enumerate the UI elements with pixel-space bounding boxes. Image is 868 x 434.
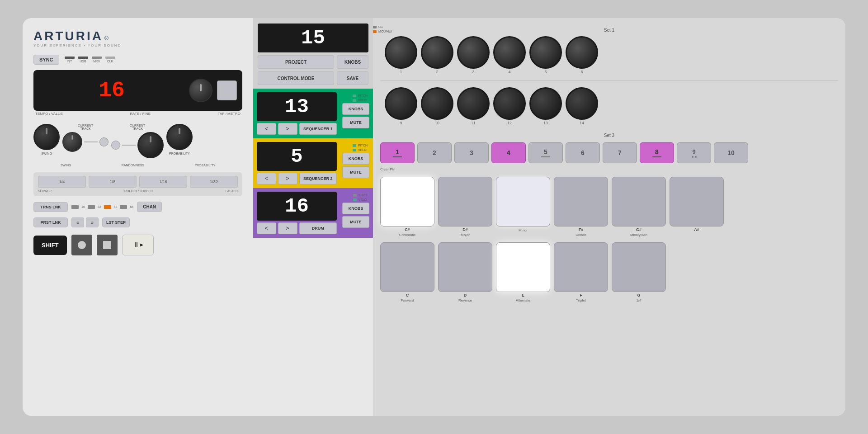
track-button-2[interactable] xyxy=(111,141,120,150)
mcu-led-item: MCU/HUI xyxy=(373,30,392,33)
lst-step-button[interactable]: LST STEP xyxy=(102,217,130,227)
track-button-3[interactable]: 3 xyxy=(454,142,489,163)
pad-g[interactable] xyxy=(612,242,666,292)
save-button[interactable]: SAVE xyxy=(337,71,368,85)
pad-a-sharp[interactable] xyxy=(670,177,724,226)
seq2-name-button[interactable]: SEQUENCER 2 xyxy=(299,173,337,184)
roller-btn-1-16[interactable]: 1/16 xyxy=(139,176,187,188)
pad-f[interactable] xyxy=(554,242,608,292)
track-button-1[interactable] xyxy=(99,137,108,146)
seq1-nav-left[interactable]: < xyxy=(257,123,276,135)
track-button-5[interactable]: 5 xyxy=(528,142,563,163)
step-32-indicator xyxy=(88,205,95,209)
shift-button[interactable]: SHIFT xyxy=(33,236,67,255)
roller-looper-label: ROLLER / LOOPER xyxy=(124,189,153,193)
seq2-knobs-button[interactable]: KNOBS xyxy=(342,153,369,165)
track-btn-8-line xyxy=(652,156,661,157)
probability-knob[interactable] xyxy=(166,124,193,150)
tempo-knob[interactable] xyxy=(189,79,212,102)
track-btn-1-num: 1 xyxy=(396,148,399,156)
track-button-8[interactable]: 8 xyxy=(640,142,674,163)
logo: ARTURIA ® YOUR EXPERIENCE • YOUR SOUND xyxy=(33,29,242,47)
seq1-knobs-button[interactable]: KNOBS xyxy=(342,103,369,115)
pad-c-bottom: Forward xyxy=(401,298,414,302)
track-button-4[interactable]: 4 xyxy=(491,142,526,163)
control-mode-button[interactable]: CONTROL MODE xyxy=(258,71,334,85)
prst-lnk-button[interactable]: PRST LNK xyxy=(33,217,68,227)
knob-5-group: 5 xyxy=(529,36,562,74)
top-knobs-button[interactable]: KNOBS xyxy=(337,55,368,69)
track-button-7[interactable]: 7 xyxy=(603,142,637,163)
seq1-mute-button[interactable]: MUTE xyxy=(342,117,369,128)
seq1-nav-right[interactable]: > xyxy=(278,123,297,135)
roller-btn-1-32[interactable]: 1/32 xyxy=(190,176,238,188)
pad-c-sharp[interactable] xyxy=(380,177,434,226)
pad-g-sharp[interactable] xyxy=(612,177,666,226)
swing-knob[interactable] xyxy=(33,124,60,150)
transport-section: SHIFT ⏸▶ xyxy=(33,235,242,255)
seq2-nav-left[interactable]: < xyxy=(257,173,276,184)
tap-button[interactable] xyxy=(217,80,237,100)
swing-label: SWING xyxy=(41,152,52,155)
nav-arrow-left[interactable]: « xyxy=(71,217,84,227)
pad-c[interactable] xyxy=(380,242,434,292)
drum-nav-left[interactable]: < xyxy=(257,222,276,234)
track-button-6[interactable]: 6 xyxy=(566,142,600,163)
sequencer-2-section: 5 PITCH VELO GATE xyxy=(253,138,373,188)
drum-name-button[interactable]: DRUM xyxy=(299,222,337,234)
knob-13[interactable] xyxy=(529,87,562,120)
seq2-mute-button[interactable]: MUTE xyxy=(342,166,369,178)
probability-label: PROBABILITY xyxy=(169,152,190,155)
pad-f-sharp[interactable] xyxy=(554,177,608,226)
pad-d-sharp[interactable] xyxy=(438,177,492,226)
knob-14[interactable] xyxy=(566,87,598,120)
track-button-2[interactable]: 2 xyxy=(417,142,452,163)
mcu-label: MCU/HUI xyxy=(378,30,392,33)
roller-btn-1-4[interactable]: 1/4 xyxy=(38,176,86,188)
pads-row-1: C# Chromatic D# Major Minor F# Dorian xyxy=(380,177,838,237)
knob-4[interactable] xyxy=(493,36,526,69)
pad-g-sharp-bottom: Mixolydian xyxy=(630,233,647,237)
stop-button[interactable] xyxy=(97,235,118,255)
project-button[interactable]: PROJECT xyxy=(258,55,334,69)
knob-6[interactable] xyxy=(566,36,598,69)
pad-minor[interactable] xyxy=(496,177,550,226)
sync-button[interactable]: SYNC xyxy=(33,55,59,65)
pad-d-sharp-top: D# xyxy=(462,227,468,232)
seq2-nav-right[interactable]: > xyxy=(278,173,297,184)
knob-1-group: 1 xyxy=(385,36,417,74)
knob-3[interactable] xyxy=(457,36,490,69)
top-display-value: 15 xyxy=(301,27,325,49)
current-track-1-knob[interactable] xyxy=(62,132,82,152)
track-button-1[interactable]: 1 xyxy=(380,142,415,163)
knob-5[interactable] xyxy=(529,36,562,69)
roller-btn-1-8[interactable]: 1/8 xyxy=(89,176,137,188)
step-indicators-row: 16 32 48 64 xyxy=(71,205,133,209)
pad-d[interactable] xyxy=(438,242,492,292)
drum-mute-button[interactable]: MUTE xyxy=(342,216,369,228)
knobs-divider xyxy=(380,80,838,81)
record-button[interactable] xyxy=(71,235,92,255)
knob-12[interactable] xyxy=(493,87,526,120)
seq1-display: 13 xyxy=(257,92,337,121)
pad-d-top: D xyxy=(464,293,467,297)
drum-knobs-button[interactable]: KNOBS xyxy=(342,203,369,214)
nav-arrow-right[interactable]: » xyxy=(86,217,99,227)
track-button-10[interactable]: 10 xyxy=(714,142,748,163)
chan-button[interactable]: CHAN xyxy=(137,202,162,212)
pad-e[interactable] xyxy=(496,242,550,292)
track-buttons-row: 1 2 3 4 5 6 7 8 xyxy=(380,142,838,171)
track-button-9[interactable]: 9 xyxy=(677,142,711,163)
knob-10[interactable] xyxy=(421,87,453,120)
trns-lnk-button[interactable]: TRNS LNK xyxy=(33,202,68,212)
knob-1[interactable] xyxy=(385,36,417,69)
drum-nav-right[interactable]: > xyxy=(278,222,297,234)
knob-11[interactable] xyxy=(457,87,490,120)
knob-2[interactable] xyxy=(421,36,453,69)
current-track-2-knob[interactable] xyxy=(137,132,164,158)
knob-14-label: 14 xyxy=(580,121,584,125)
roller-looper-section: 1/4 1/8 1/16 1/32 SLOWER ROLLER / LOOPER… xyxy=(33,172,242,196)
knob-9[interactable] xyxy=(385,87,417,120)
seq1-name-button[interactable]: SEQUENCER 1 xyxy=(299,123,337,135)
play-pause-button[interactable]: ⏸▶ xyxy=(122,235,154,255)
